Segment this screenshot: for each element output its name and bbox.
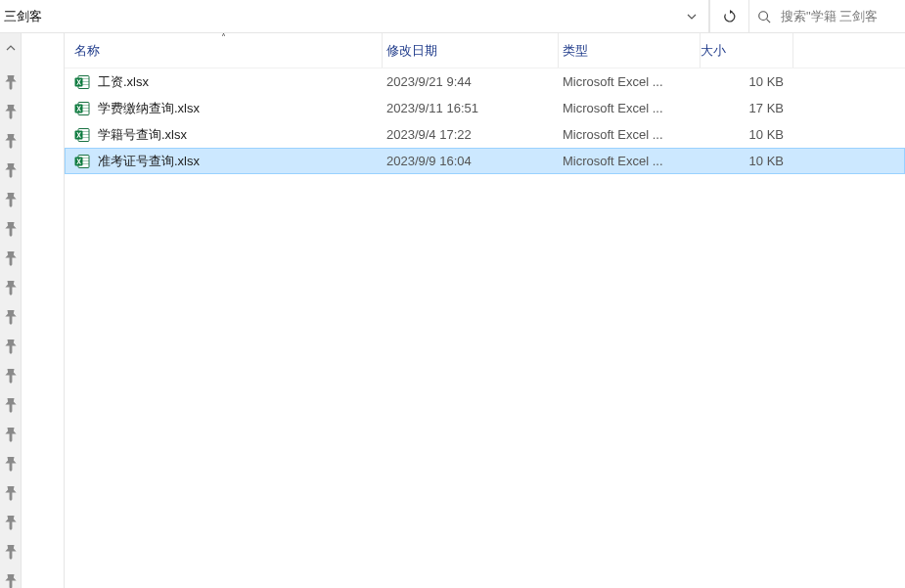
quick-access-strip <box>0 33 22 588</box>
pinned-item[interactable] <box>3 131 19 147</box>
toolbar: 三剑客 搜索"学籍 三剑客 <box>0 0 905 33</box>
pin-icon <box>0 99 22 121</box>
file-size-label: 10 KB <box>749 127 784 142</box>
file-name-label: 工资.xlsx <box>98 73 149 91</box>
column-header-date-label: 修改日期 <box>386 42 437 60</box>
pin-icon <box>0 451 22 474</box>
pinned-item[interactable] <box>3 307 19 323</box>
search-placeholder: 搜索"学籍 三剑客 <box>781 8 878 25</box>
pinned-item[interactable] <box>3 395 19 411</box>
column-header-type-label: 类型 <box>563 42 588 60</box>
column-header-name-label: 名称 <box>74 42 100 60</box>
file-date-cell: 2023/9/11 16:51 <box>383 101 559 115</box>
excel-icon <box>74 127 90 143</box>
file-name-cell: 工资.xlsx <box>65 73 383 91</box>
breadcrumb-text: 三剑客 <box>4 8 42 25</box>
file-name-label: 学籍号查询.xlsx <box>98 126 187 144</box>
search-box[interactable]: 搜索"学籍 三剑客 <box>748 0 905 32</box>
pin-icon <box>0 539 22 562</box>
file-size-cell: 10 KB <box>701 154 793 168</box>
pinned-item[interactable] <box>3 190 19 205</box>
column-header-size[interactable]: 大小 <box>701 33 793 68</box>
file-row[interactable]: 学籍号查询.xlsx2023/9/4 17:22Microsoft Excel … <box>65 121 905 148</box>
pinned-item[interactable] <box>3 160 19 176</box>
file-type-cell: Microsoft Excel ... <box>559 101 701 115</box>
file-size-cell: 10 KB <box>701 127 793 142</box>
file-row[interactable]: 工资.xlsx2023/9/21 9:44Microsoft Excel ...… <box>65 68 905 95</box>
file-type-cell: Microsoft Excel ... <box>559 154 701 168</box>
pin-icon <box>0 334 22 356</box>
column-header-name[interactable]: 名称 ˄ <box>65 33 383 68</box>
refresh-icon <box>722 9 738 24</box>
pin-icon <box>0 392 22 415</box>
pin-icon <box>0 158 22 180</box>
file-size-label: 10 KB <box>749 154 784 168</box>
pinned-item[interactable] <box>3 219 19 235</box>
pinned-item[interactable] <box>3 337 19 352</box>
file-date-cell: 2023/9/4 17:22 <box>383 127 559 142</box>
column-header-row: 名称 ˄ 修改日期 类型 大小 <box>65 33 905 68</box>
file-type-cell: Microsoft Excel ... <box>559 74 701 89</box>
pinned-item[interactable] <box>3 249 19 264</box>
file-row[interactable]: 学费缴纳查询.xlsx2023/9/11 16:51Microsoft Exce… <box>65 95 905 121</box>
pinned-item[interactable] <box>3 513 19 528</box>
breadcrumb-area[interactable]: 三剑客 <box>0 0 709 32</box>
pin-icon <box>0 568 22 588</box>
chevron-up-icon <box>6 43 16 53</box>
file-date-cell: 2023/9/9 16:04 <box>383 154 559 168</box>
pinned-item[interactable] <box>3 483 19 499</box>
pin-icon <box>0 246 22 268</box>
pinned-item[interactable] <box>3 278 19 294</box>
nav-tree-collapsed[interactable] <box>22 33 65 588</box>
scroll-up-button[interactable] <box>0 39 21 57</box>
file-type-label: Microsoft Excel ... <box>563 154 663 168</box>
file-type-cell: Microsoft Excel ... <box>559 127 701 142</box>
file-date-cell: 2023/9/21 9:44 <box>383 74 559 89</box>
file-type-label: Microsoft Excel ... <box>563 101 663 115</box>
file-date-label: 2023/9/11 16:51 <box>386 101 478 115</box>
content-area: 名称 ˄ 修改日期 类型 大小 工资.xlsx2023/9/21 9:44Mic… <box>0 33 905 588</box>
pin-icon <box>0 187 22 209</box>
excel-icon <box>74 154 90 169</box>
pin-icon <box>0 363 22 385</box>
file-size-cell: 17 KB <box>701 101 793 115</box>
sort-ascending-icon: ˄ <box>221 33 226 43</box>
file-type-label: Microsoft Excel ... <box>563 127 663 142</box>
column-header-date[interactable]: 修改日期 <box>383 33 559 68</box>
pinned-item[interactable] <box>3 102 19 117</box>
file-list: 名称 ˄ 修改日期 类型 大小 工资.xlsx2023/9/21 9:44Mic… <box>65 33 905 588</box>
excel-icon <box>74 101 90 116</box>
pin-list <box>3 72 19 587</box>
pin-icon <box>0 216 22 239</box>
file-size-label: 17 KB <box>749 101 784 115</box>
pin-icon <box>0 480 22 503</box>
pin-icon <box>0 275 22 297</box>
refresh-button[interactable] <box>709 0 748 32</box>
column-header-size-label: 大小 <box>701 42 726 60</box>
pinned-item[interactable] <box>3 425 19 440</box>
pinned-item[interactable] <box>3 571 19 587</box>
pinned-item[interactable] <box>3 72 19 88</box>
pin-icon <box>0 128 22 151</box>
pin-icon <box>0 304 22 327</box>
file-name-cell: 准考证号查询.xlsx <box>65 153 383 170</box>
file-row[interactable]: 准考证号查询.xlsx2023/9/9 16:04Microsoft Excel… <box>65 148 905 174</box>
file-date-label: 2023/9/9 16:04 <box>386 154 472 168</box>
pinned-item[interactable] <box>3 542 19 558</box>
pinned-item[interactable] <box>3 366 19 382</box>
file-date-label: 2023/9/4 17:22 <box>386 127 472 142</box>
file-type-label: Microsoft Excel ... <box>563 74 663 89</box>
pin-icon <box>0 422 22 444</box>
file-date-label: 2023/9/21 9:44 <box>386 74 472 89</box>
breadcrumb-dropdown-button[interactable] <box>675 11 708 23</box>
pin-icon <box>0 69 22 92</box>
chevron-down-icon <box>686 11 698 23</box>
file-name-label: 准考证号查询.xlsx <box>98 153 200 170</box>
pinned-item[interactable] <box>3 454 19 470</box>
file-name-cell: 学费缴纳查询.xlsx <box>65 100 383 117</box>
column-header-type[interactable]: 类型 <box>559 33 701 68</box>
file-name-label: 学费缴纳查询.xlsx <box>98 100 200 117</box>
svg-line-1 <box>767 19 771 23</box>
file-rows: 工资.xlsx2023/9/21 9:44Microsoft Excel ...… <box>65 68 905 174</box>
svg-point-0 <box>759 11 768 20</box>
